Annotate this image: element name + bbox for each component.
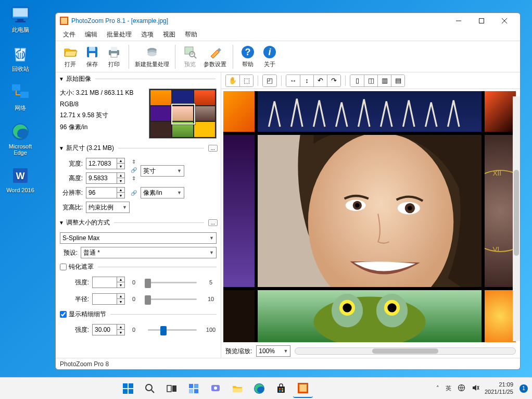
svg-rect-21 <box>111 53 117 57</box>
lock-bottom-icon[interactable]: ⇕ <box>130 174 137 182</box>
batch-icon <box>145 45 159 59</box>
search-button[interactable] <box>140 379 160 398</box>
hand-tool[interactable]: ✋ <box>226 75 239 86</box>
toolbar-print[interactable]: 打印 <box>104 43 124 70</box>
rotate-cw[interactable]: ↷ <box>327 75 340 86</box>
link-icon[interactable]: 🔗 <box>130 189 137 196</box>
rotate-ccw[interactable]: ↶ <box>313 75 327 86</box>
layout-3[interactable]: ▥ <box>377 75 391 86</box>
preview-area[interactable]: XIIVI <box>223 91 516 342</box>
unsharp-intensity-slider[interactable] <box>143 277 202 288</box>
chat-button[interactable] <box>206 379 225 398</box>
svg-rect-52 <box>123 389 128 394</box>
size-unit-select[interactable]: 英寸▼ <box>141 165 184 177</box>
svg-rect-51 <box>129 383 133 388</box>
volume-tray-icon[interactable] <box>471 384 480 393</box>
section-original[interactable]: ▼ 原始图像 <box>56 72 221 85</box>
menu-file[interactable]: 文件 <box>59 29 80 41</box>
photozoom-button[interactable] <box>293 379 313 398</box>
toolbar-save[interactable]: 保存 <box>82 43 103 70</box>
aspect-select[interactable]: 约束比例▼ <box>86 202 130 213</box>
width-input[interactable] <box>86 158 117 169</box>
layout-2[interactable]: ◫ <box>364 75 377 86</box>
lock-top-icon[interactable]: ⇕ <box>130 158 137 165</box>
menu-view[interactable]: 视图 <box>159 29 180 41</box>
desktop-icon-this-pc[interactable]: 此电脑 <box>4 4 36 34</box>
minimize-button[interactable] <box>447 13 470 29</box>
width-spinner[interactable]: ▲▼ <box>117 158 125 169</box>
collapse-icon: ▼ <box>59 145 64 151</box>
taskbar-clock[interactable]: 21:09 2021/11/25 <box>485 381 515 395</box>
section-method[interactable]: ▼ 调整大小的方式 ... <box>56 216 221 229</box>
desktop-icon-network[interactable]: 网络 <box>4 82 36 112</box>
height-spinner[interactable]: ▲▼ <box>117 172 125 184</box>
store-button[interactable] <box>271 379 291 398</box>
language-indicator[interactable]: 英 <box>445 384 452 392</box>
svg-line-27 <box>194 56 196 58</box>
link-icon[interactable]: 🔗 <box>130 166 137 173</box>
toolbar-preview[interactable]: 预览 <box>180 43 200 70</box>
toolbar-params[interactable]: 参数设置 <box>201 43 229 70</box>
taskview-button[interactable] <box>162 379 182 398</box>
fine-intensity-input[interactable] <box>92 324 117 335</box>
vertical-scrollbar[interactable] <box>513 96 520 341</box>
svg-rect-66 <box>277 386 285 393</box>
thumbnail-navigator[interactable] <box>149 89 217 139</box>
magnify-icon <box>183 45 197 59</box>
unsharp-checkbox[interactable] <box>60 264 67 270</box>
close-button[interactable] <box>493 13 516 29</box>
more-button[interactable]: ... <box>208 219 218 226</box>
desktop-icon-edge[interactable]: Microsoft Edge <box>4 121 36 156</box>
more-button[interactable]: ... <box>208 145 218 152</box>
zoom-select[interactable]: 100%▼ <box>256 345 290 357</box>
desktop-icon-recycle-bin[interactable]: 回收站 <box>4 43 36 73</box>
resolution-unit-select[interactable]: 像素/in▼ <box>141 187 184 198</box>
svg-point-49 <box>387 303 396 312</box>
edge-icon <box>10 121 31 142</box>
toolbar-open[interactable]: 打开 <box>60 43 81 70</box>
unsharp-radius-input[interactable] <box>92 293 117 305</box>
layout-1[interactable]: ▯ <box>350 75 364 86</box>
fine-intensity-slider[interactable] <box>143 325 202 335</box>
menu-edit[interactable]: 编辑 <box>81 29 102 41</box>
svg-rect-5 <box>12 84 20 91</box>
resolution-input[interactable] <box>86 187 117 198</box>
start-button[interactable] <box>118 379 138 398</box>
height-input[interactable] <box>86 172 117 184</box>
preset-select[interactable]: 普通 *▼ <box>81 247 217 258</box>
statusbar: PhotoZoom Pro 8 <box>56 358 520 369</box>
unsharp-intensity-input[interactable] <box>92 277 117 288</box>
method-select[interactable]: S-Spline Max▼ <box>60 232 217 244</box>
toolbar: 打开 保存 打印 新建批量处理 预览 参数设置 ?帮助 i关于 <box>56 41 520 72</box>
left-panel: ▼ 原始图像 大小: 3.21 MB / 863.11 KB RGB/8 12.… <box>56 72 221 358</box>
network-tray-icon[interactable] <box>457 384 466 393</box>
menu-options[interactable]: 选项 <box>137 29 158 41</box>
maximize-button[interactable] <box>470 13 493 29</box>
info-icon: i <box>262 45 277 59</box>
svg-rect-60 <box>189 389 193 393</box>
desktop-icon-word[interactable]: W Word 2016 <box>4 165 36 193</box>
widgets-button[interactable] <box>184 379 204 398</box>
section-newsize[interactable]: ▼ 新尺寸 (3.21 MB) ... <box>56 142 221 155</box>
tools-icon <box>208 45 222 59</box>
horizontal-scrollbar[interactable] <box>295 347 516 355</box>
edge-button[interactable] <box>249 379 269 398</box>
toolbar-about[interactable]: i关于 <box>259 43 280 70</box>
explorer-button[interactable] <box>227 379 247 398</box>
crop-tool[interactable]: ◰ <box>263 75 276 86</box>
titlebar[interactable]: PhotoZoom Pro 8.1 - [example.jpg] <box>56 13 520 29</box>
fine-detail-checkbox[interactable] <box>60 311 67 318</box>
flip-v[interactable]: ↕ <box>300 75 313 86</box>
resolution-spinner[interactable]: ▲▼ <box>117 187 125 198</box>
marquee-tool[interactable]: ⬚ <box>239 75 253 86</box>
menu-help[interactable]: 帮助 <box>181 29 201 41</box>
layout-4[interactable]: ▤ <box>391 75 404 86</box>
flip-h[interactable]: ↔ <box>286 75 300 86</box>
unsharp-radius-slider[interactable] <box>143 294 202 304</box>
menu-batch[interactable]: 批量处理 <box>103 29 136 41</box>
notification-badge[interactable]: 1 <box>520 384 528 393</box>
tray-chevron-icon[interactable]: ˄ <box>435 385 440 392</box>
toolbar-batch[interactable]: 新建批量处理 <box>133 43 171 70</box>
toolbar-help[interactable]: ?帮助 <box>237 43 258 70</box>
help-icon: ? <box>240 45 255 59</box>
